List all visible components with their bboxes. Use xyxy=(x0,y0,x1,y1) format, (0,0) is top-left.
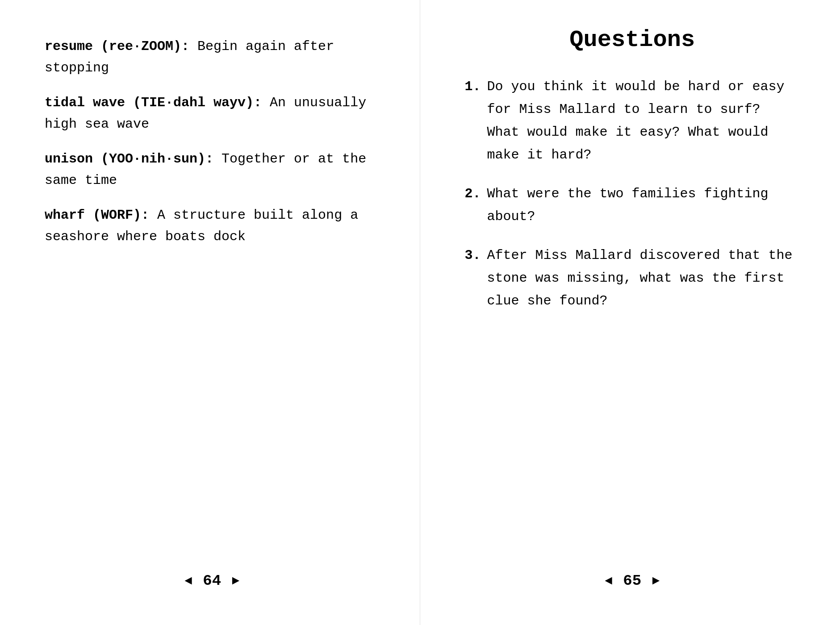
question-item-1: 1. Do you think it would be hard or easy… xyxy=(465,75,800,167)
left-page-next-arrow[interactable] xyxy=(232,574,239,588)
questions-section: Questions 1. Do you think it would be ha… xyxy=(465,27,800,559)
left-page-prev-arrow[interactable] xyxy=(185,574,192,588)
right-page-next-arrow[interactable] xyxy=(652,574,660,588)
question-item-3: 3. After Miss Mallard discovered that th… xyxy=(465,244,800,312)
vocab-term-wharf: wharf (WORF): xyxy=(45,208,149,223)
book-spread: resume (ree·ZOOM): Begin again after sto… xyxy=(0,0,840,625)
question-number-2: 2. xyxy=(465,183,481,228)
question-item-2: 2. What were the two families fighting a… xyxy=(465,183,800,228)
question-number-3: 3. xyxy=(465,244,481,312)
question-text-2: What were the two families fighting abou… xyxy=(487,183,800,228)
questions-title: Questions xyxy=(465,27,800,53)
question-number-1: 1. xyxy=(465,75,481,167)
left-page: resume (ree·ZOOM): Begin again after sto… xyxy=(0,0,420,625)
question-text-1: Do you think it would be hard or easy fo… xyxy=(487,75,800,167)
left-page-footer: 64 xyxy=(45,559,380,589)
vocab-entry-resume: resume (ree·ZOOM): Begin again after sto… xyxy=(45,36,380,79)
question-text-3: After Miss Mallard discovered that the s… xyxy=(487,244,800,312)
right-page-footer: 65 xyxy=(465,559,800,589)
right-page-number: 65 xyxy=(623,572,641,589)
vocab-term-unison: unison (YOO·nih·sun): xyxy=(45,151,213,167)
right-page: Questions 1. Do you think it would be ha… xyxy=(420,0,840,625)
left-page-number: 64 xyxy=(203,572,221,589)
vocab-entry-wharf: wharf (WORF): A structure built along a … xyxy=(45,204,380,247)
vocab-term-tidal-wave: tidal wave (TIE·dahl wayv): xyxy=(45,95,262,110)
right-page-prev-arrow[interactable] xyxy=(605,574,613,588)
vocabulary-section: resume (ree·ZOOM): Begin again after sto… xyxy=(45,36,380,559)
question-list: 1. Do you think it would be hard or easy… xyxy=(465,75,800,312)
vocab-entry-tidal-wave: tidal wave (TIE·dahl wayv): An unusually… xyxy=(45,92,380,135)
vocab-entry-unison: unison (YOO·nih·sun): Together or at the… xyxy=(45,148,380,191)
vocab-term-resume: resume (ree·ZOOM): xyxy=(45,39,189,54)
